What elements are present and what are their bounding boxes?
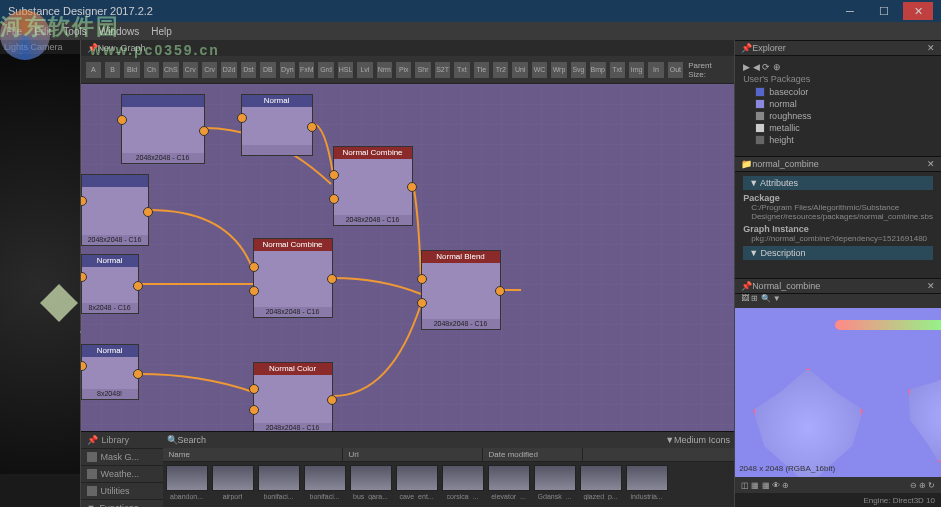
- node-input-port[interactable]: [329, 194, 339, 204]
- node-type-button[interactable]: Crv: [182, 61, 199, 79]
- node-type-button[interactable]: ChS: [162, 61, 179, 79]
- node-type-button[interactable]: Ch: [143, 61, 160, 79]
- graph-node[interactable]: Normal Color2048x2048 - C16: [253, 362, 333, 431]
- filter-icon[interactable]: ▼: [665, 435, 674, 445]
- explorer-item[interactable]: height: [743, 134, 933, 146]
- library-thumb[interactable]: bonifaci...: [258, 465, 300, 504]
- node-input-port[interactable]: [249, 384, 259, 394]
- node-type-button[interactable]: Bld: [123, 61, 140, 79]
- preview-zoom[interactable]: ⊖ ⊕ ↻: [910, 481, 935, 490]
- node-output-port[interactable]: [307, 122, 317, 132]
- view-mode[interactable]: Medium Icons: [674, 435, 730, 445]
- node-type-button[interactable]: Shr: [414, 61, 431, 79]
- graph-node[interactable]: Normal8x2048!: [81, 344, 139, 400]
- node-type-button[interactable]: FxM: [298, 61, 315, 79]
- node-type-button[interactable]: Crv: [201, 61, 218, 79]
- panel-close-icon[interactable]: ✕: [927, 281, 935, 291]
- description-header[interactable]: ▼ Description: [743, 246, 933, 260]
- node-type-button[interactable]: HSL: [337, 61, 354, 79]
- pin-icon[interactable]: 📌: [741, 281, 752, 291]
- minimize-button[interactable]: ─: [835, 2, 865, 20]
- lib-cat[interactable]: Weathe...: [81, 466, 163, 483]
- library-thumb[interactable]: abandon...: [166, 465, 208, 504]
- preview-canvas[interactable]: 2048 x 2048 (RGBA_16bit): [735, 308, 941, 477]
- library-thumb[interactable]: cave_ent...: [396, 465, 438, 504]
- explorer-item[interactable]: basecolor: [743, 86, 933, 98]
- node-type-button[interactable]: Wrp: [550, 61, 567, 79]
- folder-icon[interactable]: 📁: [741, 159, 752, 169]
- library-thumb[interactable]: industria...: [626, 465, 668, 504]
- graph-node[interactable]: 2048x2048 - C16: [81, 174, 149, 246]
- panel-close-icon[interactable]: ✕: [927, 43, 935, 53]
- node-type-button[interactable]: Tle: [473, 61, 490, 79]
- node-output-port[interactable]: [133, 369, 143, 379]
- search-label[interactable]: Search: [178, 435, 207, 445]
- preview-toolbar[interactable]: 🖼 ⊞ 🔍 ▼: [735, 294, 941, 308]
- node-type-button[interactable]: Grd: [317, 61, 334, 79]
- node-output-port[interactable]: [199, 126, 209, 136]
- graph-node[interactable]: Normal Combine2048x2048 - C16: [253, 238, 333, 318]
- node-type-button[interactable]: Dst: [240, 61, 257, 79]
- node-type-button[interactable]: Tr2: [492, 61, 509, 79]
- node-type-button[interactable]: WC: [531, 61, 548, 79]
- node-type-button[interactable]: B: [104, 61, 121, 79]
- explorer-item[interactable]: roughness: [743, 110, 933, 122]
- node-type-button[interactable]: Bmp: [589, 61, 606, 79]
- library-thumb[interactable]: Gdansk_...: [534, 465, 576, 504]
- node-type-button[interactable]: Txt: [453, 61, 470, 79]
- node-output-port[interactable]: [327, 274, 337, 284]
- menu-help[interactable]: Help: [151, 26, 172, 37]
- node-input-port[interactable]: [117, 115, 127, 125]
- maximize-button[interactable]: ☐: [869, 2, 899, 20]
- explorer-item[interactable]: metallic: [743, 122, 933, 134]
- node-type-button[interactable]: Out: [667, 61, 684, 79]
- node-type-button[interactable]: Lvl: [356, 61, 373, 79]
- node-type-button[interactable]: Txt: [609, 61, 626, 79]
- pin-icon[interactable]: 📌: [87, 43, 98, 53]
- graph-node[interactable]: Normal: [241, 94, 313, 156]
- library-thumb[interactable]: corsica_...: [442, 465, 484, 504]
- menu-tools[interactable]: Tools: [63, 26, 86, 37]
- viewport-canvas[interactable]: [0, 54, 80, 474]
- library-thumb[interactable]: bus_gara...: [350, 465, 392, 504]
- node-output-port[interactable]: [327, 395, 337, 405]
- node-input-port[interactable]: [249, 286, 259, 296]
- node-type-button[interactable]: Nrm: [376, 61, 393, 79]
- library-thumb[interactable]: bonifaci...: [304, 465, 346, 504]
- library-thumb[interactable]: glazed_p...: [580, 465, 622, 504]
- graph-node[interactable]: 2048x2048 - C16: [121, 94, 205, 164]
- node-type-button[interactable]: A: [85, 61, 102, 79]
- node-type-button[interactable]: Dyn: [279, 61, 296, 79]
- lib-cat[interactable]: Mask G...: [81, 449, 163, 466]
- panel-close-icon[interactable]: ✕: [927, 159, 935, 169]
- node-input-port[interactable]: [417, 274, 427, 284]
- lib-cat[interactable]: ▼ Functions: [81, 500, 163, 507]
- library-thumb[interactable]: airport: [212, 465, 254, 504]
- col-url[interactable]: Url: [343, 448, 483, 461]
- graph-node[interactable]: Normal Blend2048x2048 - C16: [421, 250, 501, 330]
- graph-node[interactable]: Normal Combine2048x2048 - C16: [333, 146, 413, 226]
- node-input-port[interactable]: [249, 262, 259, 272]
- attributes-header[interactable]: ▼ Attributes: [743, 176, 933, 190]
- close-button[interactable]: ✕: [903, 2, 933, 20]
- pin-icon[interactable]: 📌: [741, 43, 752, 53]
- node-type-button[interactable]: S2T: [434, 61, 451, 79]
- node-input-port[interactable]: [417, 298, 427, 308]
- graph-node[interactable]: Normal8x2048 - C16: [81, 254, 139, 314]
- node-input-port[interactable]: [249, 405, 259, 415]
- node-output-port[interactable]: [495, 286, 505, 296]
- lib-cat[interactable]: Utilities: [81, 483, 163, 500]
- node-type-button[interactable]: Svg: [570, 61, 587, 79]
- menu-windows[interactable]: Windows: [99, 26, 140, 37]
- col-name[interactable]: Name: [163, 448, 343, 461]
- node-output-port[interactable]: [407, 182, 417, 192]
- node-type-button[interactable]: D2d: [220, 61, 237, 79]
- node-output-port[interactable]: [133, 281, 143, 291]
- graph-tab[interactable]: New_Graph: [98, 43, 146, 53]
- explorer-item[interactable]: normal: [743, 98, 933, 110]
- node-type-button[interactable]: Img: [628, 61, 645, 79]
- node-input-port[interactable]: [237, 113, 247, 123]
- graph-canvas[interactable]: 2048x2048 - C16Normal2048x2048 - C16Norm…: [81, 84, 735, 431]
- preview-tools[interactable]: ◫ ▦ ▦ 👁 ⊕: [741, 481, 789, 490]
- node-output-port[interactable]: [143, 207, 153, 217]
